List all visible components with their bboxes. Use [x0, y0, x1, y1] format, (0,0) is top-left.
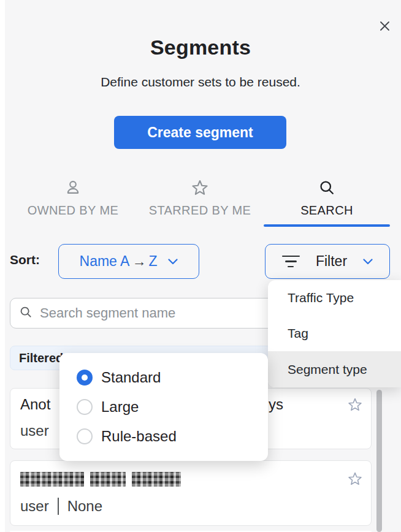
- close-button[interactable]: [375, 17, 394, 37]
- segment-list-item[interactable]: user None: [10, 460, 372, 526]
- search-icon: [264, 179, 390, 197]
- radio-label: Large: [101, 398, 139, 416]
- tab-search[interactable]: SEARCH: [264, 179, 390, 218]
- radio-label: Standard: [101, 369, 161, 386]
- sort-value-end: Z: [148, 253, 157, 270]
- segment-subtitle-value: None: [67, 498, 102, 515]
- filter-button[interactable]: Filter: [265, 244, 390, 279]
- chevron-down-icon: [363, 256, 373, 267]
- radio-selected-icon: [77, 370, 93, 386]
- search-icon: [19, 305, 32, 321]
- chevron-down-icon: [159, 256, 178, 267]
- tab-owned-by-me[interactable]: OWNED BY ME: [10, 179, 136, 218]
- sort-label: Sort:: [10, 253, 40, 267]
- filter-lines-icon: [282, 256, 300, 268]
- sort-value: Name A: [80, 253, 130, 270]
- star-toggle-button[interactable]: [348, 471, 362, 488]
- create-segment-button[interactable]: Create segment: [114, 116, 286, 149]
- radio-label: Rule-based: [101, 428, 177, 445]
- page-title: Segments: [0, 36, 401, 59]
- tab-label: SEARCH: [264, 203, 390, 218]
- menu-item-traffic-type[interactable]: Traffic Type: [268, 280, 401, 316]
- segment-subtitle: user: [20, 422, 49, 439]
- page-subtitle: Define customer sets to be reused.: [0, 75, 401, 89]
- segment-title-fragment: ys: [269, 396, 283, 413]
- menu-item-segment-type[interactable]: Segment type: [268, 351, 401, 387]
- subtitle-divider: [58, 498, 59, 515]
- segment-title: Anot: [20, 396, 50, 413]
- radio-unselected-icon: [77, 428, 93, 444]
- segment-type-popup: Standard Large Rule-based: [59, 353, 268, 461]
- tab-label: STARRED BY ME: [137, 203, 263, 218]
- tab-label: OWNED BY ME: [10, 203, 136, 218]
- radio-unselected-icon: [77, 399, 93, 415]
- tab-starred-by-me[interactable]: STARRED BY ME: [137, 179, 263, 218]
- redacted-segment-title: [20, 472, 181, 487]
- star-toggle-button[interactable]: [348, 397, 362, 414]
- menu-item-tag[interactable]: Tag: [268, 316, 401, 351]
- close-icon: [380, 21, 390, 33]
- person-icon: [10, 179, 136, 197]
- radio-option-large[interactable]: Large: [59, 392, 268, 422]
- filter-label: Filter: [316, 253, 347, 270]
- active-tab-underline: [264, 224, 390, 227]
- scrollbar-thumb[interactable]: [376, 390, 382, 532]
- sort-arrow: →: [132, 253, 146, 270]
- segment-subtitle-type: user: [20, 498, 49, 515]
- radio-option-rule-based[interactable]: Rule-based: [59, 422, 268, 451]
- segment-subtitle: user None: [20, 498, 102, 515]
- sort-select[interactable]: Name A → Z: [58, 244, 199, 279]
- star-icon: [137, 179, 263, 197]
- radio-option-standard[interactable]: Standard: [59, 363, 268, 392]
- segments-panel: Segments Define customer sets to be reus…: [0, 0, 401, 532]
- filter-dropdown-menu: Traffic Type Tag Segment type: [268, 280, 401, 387]
